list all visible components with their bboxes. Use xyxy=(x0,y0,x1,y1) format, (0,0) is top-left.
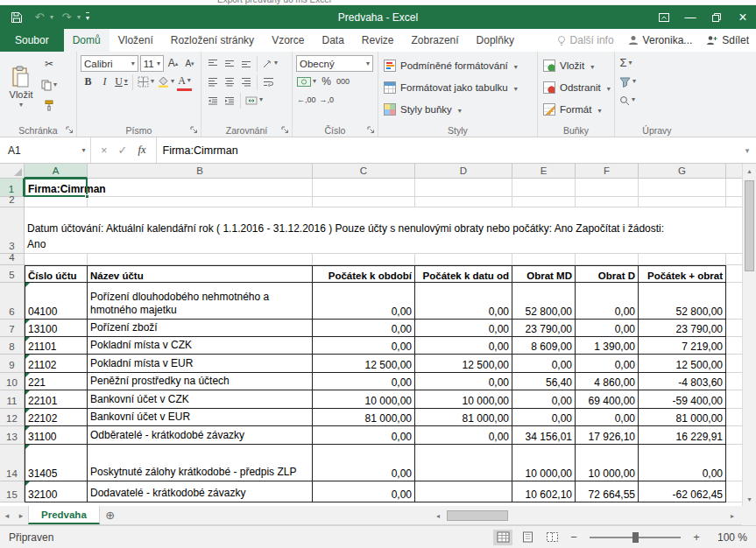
tab-rozlozeni-stranky[interactable]: Rozložení stránky xyxy=(162,29,263,52)
cell-F6[interactable]: 0,00 xyxy=(576,283,639,320)
horizontal-scrollbar-track[interactable] xyxy=(445,509,725,523)
page-break-preview-button[interactable] xyxy=(542,530,562,545)
cell-G1[interactable] xyxy=(639,179,726,197)
cell-A2[interactable] xyxy=(25,197,88,207)
zoom-out-button[interactable]: − xyxy=(567,530,581,544)
cell-C5[interactable]: Počátek k období xyxy=(313,265,415,283)
cell-A10[interactable]: 221 xyxy=(25,373,88,390)
cell-C13[interactable]: 0,00 xyxy=(313,426,415,445)
column-header-F[interactable]: F xyxy=(576,164,639,179)
font-family-combo[interactable]: Calibri▾ xyxy=(81,55,138,72)
tab-doplnky[interactable]: Doplňky xyxy=(468,29,523,52)
cell-A9[interactable]: 21102 xyxy=(25,355,88,373)
grow-font-button[interactable]: A xyxy=(166,55,180,73)
borders-button[interactable] xyxy=(137,74,155,91)
enter-button[interactable]: ✓ xyxy=(118,144,128,157)
cell-B11[interactable]: Bankovní účet v CZK xyxy=(88,390,313,409)
cell-D8[interactable]: 0,00 xyxy=(415,337,512,355)
cell-G10[interactable]: -4 803,60 xyxy=(639,373,726,390)
scroll-up-button[interactable]: ▴ xyxy=(743,164,756,178)
cell-A6[interactable]: 04100 xyxy=(25,283,88,320)
font-color-button[interactable]: A xyxy=(177,74,192,91)
scroll-right-button[interactable]: ▸ xyxy=(725,509,739,523)
cancel-button[interactable]: × xyxy=(101,144,108,157)
redo-dropdown-icon[interactable]: ▾ xyxy=(77,13,81,21)
row-header-12[interactable]: 12 xyxy=(0,409,25,426)
cell-D14[interactable] xyxy=(415,445,512,481)
add-sheet-button[interactable]: ⊕ xyxy=(100,506,121,524)
cell-D15[interactable] xyxy=(415,481,512,502)
cell-B6[interactable]: Pořízení dlouhodobého nehmotného a hmotn… xyxy=(88,283,313,320)
cell-E1[interactable] xyxy=(512,179,576,197)
vertical-scrollbar[interactable]: ▴ ▾ xyxy=(742,164,756,506)
cell-D1[interactable] xyxy=(415,179,512,197)
minimize-button[interactable]: — xyxy=(677,5,703,29)
cell-F1[interactable] xyxy=(576,179,639,197)
copy-button[interactable] xyxy=(40,76,58,94)
close-button[interactable]: × xyxy=(730,5,756,29)
row-header-14[interactable]: 14 xyxy=(0,445,25,481)
styles-2-button[interactable]: Formátovat jako tabulku xyxy=(380,76,535,98)
formula-input[interactable]: Firma:Cimrman xyxy=(157,137,738,163)
tab-zobrazeni[interactable]: Zobrazení xyxy=(403,29,468,52)
find-select-button[interactable] xyxy=(618,92,636,109)
cell-E13[interactable]: 34 156,01 xyxy=(512,426,576,445)
italic-button[interactable]: I xyxy=(97,74,112,91)
cell-G8[interactable]: 7 219,00 xyxy=(639,337,726,355)
cell-D13[interactable]: 0,00 xyxy=(415,426,512,445)
cell-F12[interactable]: 0,00 xyxy=(576,409,639,426)
cell-F7[interactable]: 0,00 xyxy=(576,320,639,337)
cell-B2[interactable] xyxy=(88,197,313,207)
shrink-font-button[interactable]: A xyxy=(182,55,197,73)
zoom-slider-thumb[interactable] xyxy=(632,532,639,543)
row-header-10[interactable]: 10 xyxy=(0,373,25,390)
row-header-4[interactable]: 4 xyxy=(0,254,25,265)
cell-A14[interactable]: 31405 xyxy=(25,445,88,481)
cell-E12[interactable]: 0,00 xyxy=(512,409,576,426)
cell-E14[interactable]: 10 000,00 xyxy=(512,445,576,481)
bold-button[interactable]: B xyxy=(81,74,95,91)
merge-center-button[interactable] xyxy=(244,92,264,109)
cell-D6[interactable]: 0,00 xyxy=(415,283,512,320)
cell-C14[interactable]: 0,00 xyxy=(313,445,415,481)
customize-qat-button[interactable]: ▾ xyxy=(86,12,89,22)
number-format-combo[interactable]: Obecný▾ xyxy=(296,55,373,72)
cell-F8[interactable]: 1 390,00 xyxy=(576,337,639,355)
cell-F14[interactable]: 10 000,00 xyxy=(576,445,639,481)
row-header-15[interactable]: 15 xyxy=(0,481,25,502)
cell-E5[interactable]: Obrat MD xyxy=(512,265,576,283)
cell-F13[interactable]: 17 926,10 xyxy=(576,426,639,445)
cell-B10[interactable]: Peněžní prostředky na účtech xyxy=(88,373,313,390)
cell-B12[interactable]: Bankovní účet v EUR xyxy=(88,409,313,426)
row-header-11[interactable]: 11 xyxy=(0,390,25,409)
cell-D5[interactable]: Počátek k datu od xyxy=(415,265,512,283)
cell-C10[interactable]: 0,00 xyxy=(313,373,415,390)
cell-C6[interactable]: 0,00 xyxy=(313,283,415,320)
font-dialog-launcher[interactable] xyxy=(189,125,199,135)
cell-E6[interactable]: 52 800,00 xyxy=(512,283,576,320)
cell-C4[interactable] xyxy=(313,254,415,265)
orientation-button[interactable] xyxy=(261,55,279,73)
restore-button[interactable] xyxy=(703,5,730,29)
cell-D10[interactable]: 0,00 xyxy=(415,373,512,390)
insert-function-button[interactable]: fx xyxy=(138,144,146,157)
tab-soubor[interactable]: Soubor xyxy=(0,29,64,52)
tab-revize[interactable]: Revize xyxy=(353,29,403,52)
cell-C1[interactable] xyxy=(313,179,415,197)
accounting-format-button[interactable] xyxy=(296,74,317,91)
zoom-in-button[interactable]: + xyxy=(689,530,703,544)
cell-A4[interactable] xyxy=(25,254,88,265)
cell-D2[interactable] xyxy=(415,197,512,207)
name-box[interactable]: A1 xyxy=(0,137,77,163)
cell-G4[interactable] xyxy=(639,254,726,265)
decrease-decimal-button[interactable]: →,0 xyxy=(319,92,336,109)
cell-C12[interactable]: 81 000,00 xyxy=(313,409,415,426)
fill-handle[interactable] xyxy=(85,194,89,199)
align-left-button[interactable] xyxy=(205,74,220,91)
align-center-button[interactable] xyxy=(222,74,237,91)
tab-vlozeni[interactable]: Vložení xyxy=(110,29,162,52)
undo-dropdown-icon[interactable]: ▾ xyxy=(50,13,53,21)
select-all-button[interactable] xyxy=(0,164,25,179)
cell-G9[interactable]: 12 500,00 xyxy=(639,355,726,373)
alignment-dialog-launcher[interactable] xyxy=(280,125,290,135)
